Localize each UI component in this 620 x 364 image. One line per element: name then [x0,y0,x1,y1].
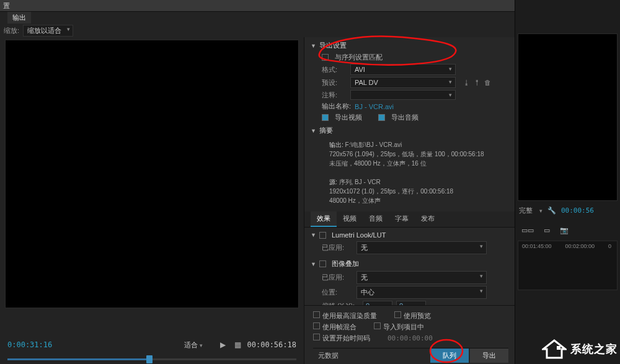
tab-publish[interactable]: 发布 [415,211,441,227]
format-dropdown[interactable]: AVI [350,64,456,75]
max-quality-checkbox[interactable] [313,311,320,318]
set-start-tc-checkbox[interactable] [313,334,320,340]
crop-icon[interactable]: ▦ [234,340,241,349]
export-video-checkbox[interactable] [322,114,329,121]
bg-timecode: 00:00:56 [561,206,594,215]
svg-rect-1 [557,346,560,350]
collapse-icon[interactable]: ▼ [311,43,316,49]
offset-x-input[interactable]: 0 [363,301,392,305]
overlay-applied-dropdown[interactable]: 无 [356,271,487,284]
tab-audio[interactable]: 音频 [363,211,389,227]
match-sequence-label: 与序列设置匹配 [335,53,383,62]
playhead-icon[interactable] [146,355,153,363]
output-name-label: 输出名称: [322,102,351,111]
metadata-button[interactable]: 元数据 [313,348,343,363]
window-title: 置 [3,1,10,11]
import-preset-icon[interactable]: ⭱ [474,79,480,86]
scrub-track[interactable] [7,358,296,360]
timecode-duration: 00:00:56:18 [247,340,296,349]
output-name-link[interactable]: BJ - VCR.avi [355,103,394,110]
timecode-current[interactable]: 0:00:31:16 [7,340,52,349]
summary-block: 输出: F:\电影\BJ - VCR.avi 720x576 (1.094)，2… [311,138,510,209]
scale-label: 缩放: [4,26,19,35]
export-button[interactable]: 导出 [470,348,508,363]
tab-video[interactable]: 视频 [337,211,363,227]
play-icon[interactable]: ▶ [220,340,226,349]
offset-y-input[interactable]: 0 [396,301,426,305]
save-preset-icon[interactable]: ⭳ [463,79,470,86]
snap-icon[interactable]: ▭▭ [521,226,534,234]
start-tc-value: 00:00:00:00 [388,334,433,342]
preset-dropdown[interactable]: PAL DV [350,77,456,88]
frame-blend-checkbox[interactable] [313,322,320,329]
export-audio-checkbox[interactable] [378,114,385,121]
overlay-header: 图像叠加 [332,259,359,269]
mark-icon[interactable]: ▭ [544,226,550,234]
lumetri-checkbox[interactable] [319,232,326,239]
overlay-position-dropdown[interactable]: 中心 [356,286,487,299]
tab-output[interactable]: 输出 [7,12,31,24]
scale-dropdown[interactable]: 缩放以适合 [23,25,73,37]
bg-timeline[interactable]: 00:01:45:0000:02:00:000 [518,241,618,290]
camera-icon[interactable]: 📷 [560,226,569,234]
match-sequence-checkbox[interactable] [322,54,329,61]
background-app: 完整▾🔧00:00:56 ▭▭▭📷 00:01:45:0000:02:00:00… [515,0,620,364]
comment-input[interactable] [350,90,456,100]
tab-captions[interactable]: 字幕 [389,211,415,227]
use-preview-checkbox[interactable] [394,311,401,318]
export-settings-header: 导出设置 [319,41,347,50]
delete-preset-icon[interactable]: 🗑 [484,79,491,86]
queue-button[interactable]: 队列 [430,348,469,363]
wrench-icon[interactable]: 🔧 [547,206,556,215]
watermark: 系统之家 [542,339,618,359]
lumetri-applied-dropdown[interactable]: 无 [356,241,487,254]
lumetri-header: Lumetri Look/LUT [332,231,386,239]
import-project-checkbox[interactable] [374,322,381,329]
comment-label: 注释: [322,91,347,100]
summary-header: 摘要 [319,126,333,135]
preview-viewport [5,40,299,308]
fit-dropdown[interactable]: 适合▾ [184,340,203,350]
format-label: 格式: [322,65,347,74]
preset-label: 预设: [322,78,347,87]
overlay-checkbox[interactable] [319,260,326,267]
tab-effects[interactable]: 效果 [311,211,337,227]
collapse-icon[interactable]: ▼ [311,128,316,134]
bg-monitor [518,33,618,201]
bg-fit-dropdown[interactable]: 完整 [519,206,533,215]
